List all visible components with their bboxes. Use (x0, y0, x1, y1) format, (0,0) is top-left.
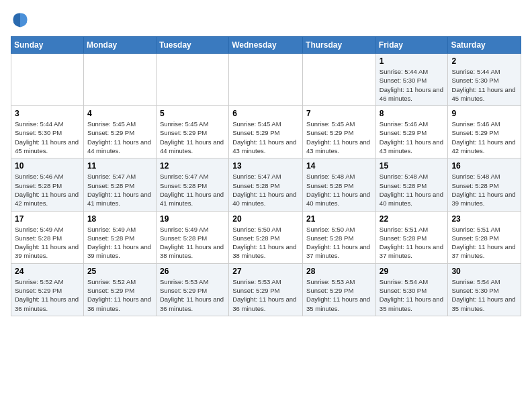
day-number: 21 (306, 214, 372, 224)
day-number: 8 (380, 109, 445, 118)
calendar-week-row: 10Sunrise: 5:46 AM Sunset: 5:28 PM Dayli… (11, 158, 521, 211)
calendar-week-row: 17Sunrise: 5:49 AM Sunset: 5:28 PM Dayli… (11, 211, 521, 263)
day-number: 24 (15, 267, 80, 276)
calendar-cell: 8Sunrise: 5:46 AM Sunset: 5:29 PM Daylig… (375, 106, 448, 158)
calendar-cell: 4Sunrise: 5:45 AM Sunset: 5:29 PM Daylig… (83, 106, 156, 158)
calendar-cell (83, 54, 156, 106)
calendar-cell: 20Sunrise: 5:50 AM Sunset: 5:28 PM Dayli… (229, 211, 303, 263)
day-content: Sunrise: 5:45 AM Sunset: 5:29 PM Dayligh… (87, 120, 152, 155)
calendar-cell: 21Sunrise: 5:50 AM Sunset: 5:28 PM Dayli… (303, 211, 376, 263)
day-number: 11 (87, 161, 152, 171)
day-content: Sunrise: 5:47 AM Sunset: 5:28 PM Dayligh… (232, 172, 299, 208)
day-number: 17 (15, 214, 80, 224)
day-content: Sunrise: 5:47 AM Sunset: 5:28 PM Dayligh… (160, 172, 225, 208)
weekday-header: Thursday (303, 37, 376, 54)
day-number: 27 (232, 267, 299, 276)
calendar-cell: 26Sunrise: 5:53 AM Sunset: 5:29 PM Dayli… (156, 263, 228, 316)
calendar-cell: 25Sunrise: 5:52 AM Sunset: 5:29 PM Dayli… (83, 263, 156, 316)
day-number: 26 (160, 267, 225, 276)
calendar-cell: 3Sunrise: 5:44 AM Sunset: 5:30 PM Daylig… (11, 106, 84, 158)
day-content: Sunrise: 5:50 AM Sunset: 5:28 PM Dayligh… (232, 225, 299, 261)
calendar-cell: 15Sunrise: 5:48 AM Sunset: 5:28 PM Dayli… (375, 158, 448, 211)
day-content: Sunrise: 5:49 AM Sunset: 5:28 PM Dayligh… (15, 225, 80, 261)
calendar-cell: 30Sunrise: 5:54 AM Sunset: 5:30 PM Dayli… (448, 263, 521, 316)
calendar-cell: 17Sunrise: 5:49 AM Sunset: 5:28 PM Dayli… (11, 211, 84, 263)
weekday-header: Wednesday (229, 37, 303, 54)
day-number: 25 (87, 267, 152, 276)
calendar-cell: 27Sunrise: 5:53 AM Sunset: 5:29 PM Dayli… (229, 263, 303, 316)
day-number: 30 (451, 267, 517, 276)
calendar-cell: 1Sunrise: 5:44 AM Sunset: 5:30 PM Daylig… (375, 54, 448, 106)
calendar-cell: 23Sunrise: 5:51 AM Sunset: 5:28 PM Dayli… (448, 211, 521, 263)
day-number: 3 (15, 109, 80, 118)
calendar-cell: 19Sunrise: 5:49 AM Sunset: 5:28 PM Dayli… (156, 211, 228, 263)
calendar-cell: 11Sunrise: 5:47 AM Sunset: 5:28 PM Dayli… (83, 158, 156, 211)
day-content: Sunrise: 5:48 AM Sunset: 5:28 PM Dayligh… (380, 172, 445, 208)
calendar-cell: 22Sunrise: 5:51 AM Sunset: 5:28 PM Dayli… (375, 211, 448, 263)
calendar-cell: 16Sunrise: 5:48 AM Sunset: 5:28 PM Dayli… (448, 158, 521, 211)
calendar-cell: 5Sunrise: 5:45 AM Sunset: 5:29 PM Daylig… (156, 106, 228, 158)
day-content: Sunrise: 5:44 AM Sunset: 5:30 PM Dayligh… (451, 67, 517, 103)
header (11, 11, 521, 30)
calendar-cell: 28Sunrise: 5:53 AM Sunset: 5:29 PM Dayli… (303, 263, 376, 316)
weekday-header: Monday (83, 37, 156, 54)
calendar-cell: 29Sunrise: 5:54 AM Sunset: 5:30 PM Dayli… (375, 263, 448, 316)
day-content: Sunrise: 5:45 AM Sunset: 5:29 PM Dayligh… (160, 120, 225, 155)
day-content: Sunrise: 5:53 AM Sunset: 5:29 PM Dayligh… (160, 277, 225, 313)
calendar-cell: 14Sunrise: 5:48 AM Sunset: 5:28 PM Dayli… (303, 158, 376, 211)
day-number: 5 (160, 109, 225, 118)
day-content: Sunrise: 5:51 AM Sunset: 5:28 PM Dayligh… (380, 225, 445, 261)
calendar-cell: 13Sunrise: 5:47 AM Sunset: 5:28 PM Dayli… (229, 158, 303, 211)
calendar-table: SundayMondayTuesdayWednesdayThursdayFrid… (11, 36, 521, 316)
day-content: Sunrise: 5:48 AM Sunset: 5:28 PM Dayligh… (451, 172, 517, 208)
day-content: Sunrise: 5:45 AM Sunset: 5:29 PM Dayligh… (306, 120, 372, 155)
day-number: 10 (15, 161, 80, 171)
calendar-cell: 18Sunrise: 5:49 AM Sunset: 5:28 PM Dayli… (83, 211, 156, 263)
day-content: Sunrise: 5:54 AM Sunset: 5:30 PM Dayligh… (380, 277, 445, 313)
calendar-week-row: 1Sunrise: 5:44 AM Sunset: 5:30 PM Daylig… (11, 54, 521, 106)
calendar-cell: 9Sunrise: 5:46 AM Sunset: 5:29 PM Daylig… (448, 106, 521, 158)
day-number: 1 (380, 56, 445, 66)
calendar-week-row: 24Sunrise: 5:52 AM Sunset: 5:29 PM Dayli… (11, 263, 521, 316)
day-content: Sunrise: 5:54 AM Sunset: 5:30 PM Dayligh… (451, 277, 517, 313)
day-content: Sunrise: 5:48 AM Sunset: 5:28 PM Dayligh… (306, 172, 372, 208)
day-number: 13 (232, 161, 299, 171)
day-content: Sunrise: 5:53 AM Sunset: 5:29 PM Dayligh… (232, 277, 299, 313)
day-number: 29 (380, 267, 445, 276)
day-content: Sunrise: 5:49 AM Sunset: 5:28 PM Dayligh… (160, 225, 225, 261)
day-number: 7 (306, 109, 372, 118)
day-number: 23 (451, 214, 517, 224)
day-number: 2 (451, 56, 517, 66)
day-number: 19 (160, 214, 225, 224)
logo (11, 11, 32, 30)
calendar-cell (229, 54, 303, 106)
day-content: Sunrise: 5:46 AM Sunset: 5:28 PM Dayligh… (15, 172, 80, 208)
day-number: 15 (380, 161, 445, 171)
day-content: Sunrise: 5:46 AM Sunset: 5:29 PM Dayligh… (451, 120, 517, 155)
calendar-cell: 24Sunrise: 5:52 AM Sunset: 5:29 PM Dayli… (11, 263, 84, 316)
day-content: Sunrise: 5:52 AM Sunset: 5:29 PM Dayligh… (15, 277, 80, 313)
day-content: Sunrise: 5:49 AM Sunset: 5:28 PM Dayligh… (87, 225, 152, 261)
day-number: 16 (451, 161, 517, 171)
calendar-cell: 7Sunrise: 5:45 AM Sunset: 5:29 PM Daylig… (303, 106, 376, 158)
day-content: Sunrise: 5:45 AM Sunset: 5:29 PM Dayligh… (232, 120, 299, 155)
day-number: 12 (160, 161, 225, 171)
day-content: Sunrise: 5:44 AM Sunset: 5:30 PM Dayligh… (380, 67, 445, 103)
day-number: 20 (232, 214, 299, 224)
day-number: 4 (87, 109, 152, 118)
day-number: 18 (87, 214, 152, 224)
day-number: 28 (306, 267, 372, 276)
day-content: Sunrise: 5:53 AM Sunset: 5:29 PM Dayligh… (306, 277, 372, 313)
calendar-cell: 12Sunrise: 5:47 AM Sunset: 5:28 PM Dayli… (156, 158, 228, 211)
calendar-cell (303, 54, 376, 106)
day-content: Sunrise: 5:44 AM Sunset: 5:30 PM Dayligh… (15, 120, 80, 155)
calendar-cell (156, 54, 228, 106)
day-number: 6 (232, 109, 299, 118)
weekday-header: Friday (375, 37, 448, 54)
calendar-cell (11, 54, 84, 106)
calendar-week-row: 3Sunrise: 5:44 AM Sunset: 5:30 PM Daylig… (11, 106, 521, 158)
weekday-header-row: SundayMondayTuesdayWednesdayThursdayFrid… (11, 37, 521, 54)
logo-icon (11, 11, 30, 30)
weekday-header: Tuesday (156, 37, 228, 54)
day-number: 9 (451, 109, 517, 118)
